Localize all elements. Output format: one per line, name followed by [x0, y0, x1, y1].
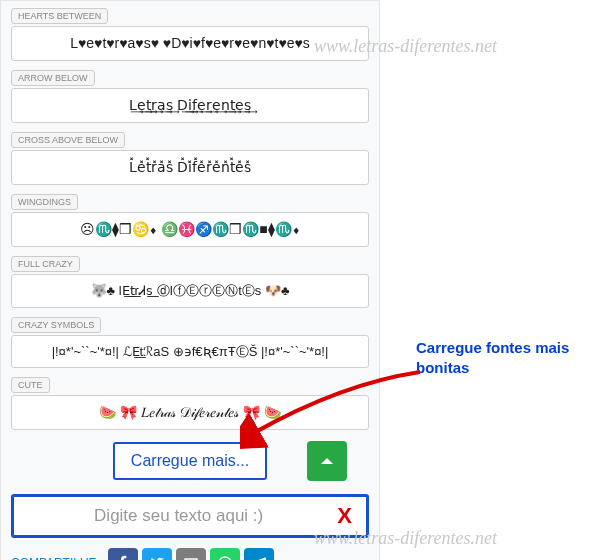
share-telegram-button[interactable] — [244, 548, 274, 560]
email-icon — [183, 555, 199, 560]
style-output[interactable]: |!¤*'~``~'*¤!| ℒE͟tℛaS ⊕϶f€Ʀ€πŦⒺŠ |!¤*'~… — [11, 335, 369, 369]
load-more-button[interactable]: Carregue mais... — [113, 442, 267, 480]
style-block: WINGDINGS ☹♏⧫❒♋⬧ ♎♓♐♏❒♏■⧫♏⬧ — [11, 191, 369, 247]
style-label-button[interactable]: FULL CRAZY — [11, 256, 80, 272]
facebook-icon — [115, 555, 131, 560]
whatsapp-icon — [217, 555, 233, 560]
font-generator-panel: HEARTS BETWEEN L♥e♥t♥r♥a♥s♥ ♥D♥i♥f♥e♥r♥e… — [0, 0, 380, 560]
telegram-icon — [251, 555, 267, 560]
style-output[interactable]: L̽e̽t̽r̽a̽s̽ D̽i̽f̽e̽r̽e̽n̽t̽e̽s̽ — [11, 150, 369, 185]
share-whatsapp-button[interactable] — [210, 548, 240, 560]
share-facebook-button[interactable] — [108, 548, 138, 560]
style-output[interactable]: ☹♏⧫❒♋⬧ ♎♓♐♏❒♏■⧫♏⬧ — [11, 212, 369, 247]
style-label-button[interactable]: ARROW BELOW — [11, 70, 95, 86]
text-input[interactable] — [24, 506, 333, 526]
share-row: COMPARTILHE: — [11, 548, 369, 560]
style-block: HEARTS BETWEEN L♥e♥t♥r♥a♥s♥ ♥D♥i♥f♥e♥r♥e… — [11, 5, 369, 61]
style-label-button[interactable]: CRAZY SYMBOLS — [11, 317, 101, 333]
style-output[interactable]: 🍉 🎀 𝐿𝑒𝓉𝓇𝒶𝓈 𝒟𝒾𝒻𝑒𝓇𝑒𝓃𝓉𝑒𝓈 🎀 🍉 — [11, 395, 369, 430]
style-label-button[interactable]: HEARTS BETWEEN — [11, 8, 108, 24]
share-label: COMPARTILHE: — [11, 556, 100, 560]
scroll-to-top-button[interactable] — [307, 441, 347, 481]
style-output[interactable]: L͢e͢t͢r͢a͢s͢ D͢i͢f͢e͢r͢e͢n͢t͢e͢s͢ — [11, 88, 369, 123]
style-block: ARROW BELOW L͢e͢t͢r͢a͢s͢ D͢i͢f͢e͢r͢e͢n͢t… — [11, 67, 369, 123]
style-block: CROSS ABOVE BELOW L̽e̽t̽r̽a̽s̽ D̽i̽f̽e̽r… — [11, 129, 369, 185]
annotation-text: Carregue fontes mais bonitas — [416, 338, 596, 377]
style-block: FULL CRAZY 🐺♣ lE͟t͟rᏗs͟ ⓓIⓕⒺⓡⒺⓃtⒺs 🐶♣ — [11, 253, 369, 308]
style-label-button[interactable]: WINGDINGS — [11, 194, 78, 210]
clear-button[interactable]: X — [333, 503, 356, 529]
caret-up-icon — [318, 452, 336, 470]
twitter-icon — [149, 555, 165, 560]
style-output[interactable]: L♥e♥t♥r♥a♥s♥ ♥D♥i♥f♥e♥r♥e♥n♥t♥e♥s — [11, 26, 369, 61]
style-block: CUTE 🍉 🎀 𝐿𝑒𝓉𝓇𝒶𝓈 𝒟𝒾𝒻𝑒𝓇𝑒𝓃𝓉𝑒𝓈 🎀 🍉 — [11, 374, 369, 430]
share-twitter-button[interactable] — [142, 548, 172, 560]
style-label-button[interactable]: CUTE — [11, 377, 50, 393]
load-more-row: Carregue mais... — [11, 442, 369, 480]
style-output[interactable]: 🐺♣ lE͟t͟rᏗs͟ ⓓIⓕⒺⓡⒺⓃtⒺs 🐶♣ — [11, 274, 369, 308]
share-email-button[interactable] — [176, 548, 206, 560]
text-input-container: X — [11, 494, 369, 538]
style-label-button[interactable]: CROSS ABOVE BELOW — [11, 132, 125, 148]
style-block: CRAZY SYMBOLS |!¤*'~``~'*¤!| ℒE͟tℛaS ⊕϶f… — [11, 314, 369, 369]
